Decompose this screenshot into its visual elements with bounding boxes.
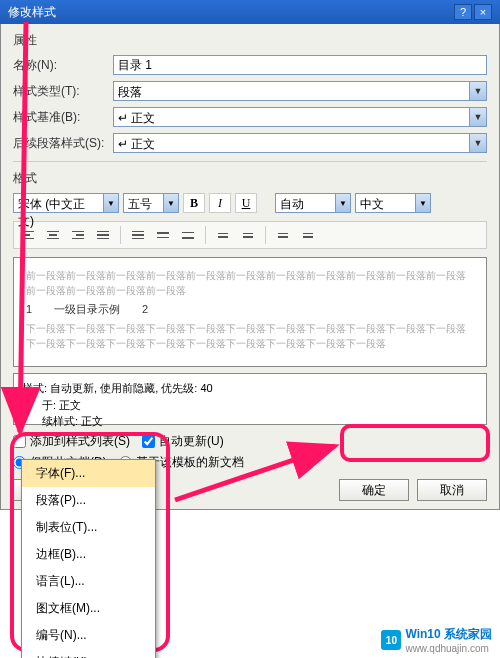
addtolist-checkbox[interactable]: 添加到样式列表(S) xyxy=(13,433,130,450)
line-spacing-2-button[interactable] xyxy=(177,225,199,245)
preview-sample: 1 一级目录示例 2 xyxy=(26,302,474,317)
bold-button[interactable]: B xyxy=(183,193,205,213)
size-select[interactable]: 五号 ▼ xyxy=(123,193,179,213)
color-value: 自动 xyxy=(275,193,335,213)
font-value: 宋体 (中文正文) xyxy=(13,193,103,213)
following-label: 后续段落样式(S): xyxy=(13,135,113,152)
cancel-button[interactable]: 取消 xyxy=(417,479,487,501)
preview-before: 前一段落前一段落前一段落前一段落前一段落前一段落前一段落前一段落前一段落前一段落… xyxy=(26,268,474,298)
menu-paragraph[interactable]: 段落(P)... xyxy=(22,487,155,514)
indent-inc-button[interactable] xyxy=(297,225,319,245)
base-select[interactable]: ↵ 正文 ▼ xyxy=(113,107,487,127)
watermark-icon: 10 xyxy=(381,630,401,650)
preview-after: 下一段落下一段落下一段落下一段落下一段落下一段落下一段落下一段落下一段落下一段落… xyxy=(26,321,474,351)
addtolist-input[interactable] xyxy=(13,435,26,448)
lang-value: 中文 xyxy=(355,193,415,213)
chevron-down-icon[interactable]: ▼ xyxy=(469,133,487,153)
window-title: 修改样式 xyxy=(8,4,454,21)
addtolist-label: 添加到样式列表(S) xyxy=(30,433,130,450)
ok-button[interactable]: 确定 xyxy=(339,479,409,501)
type-value: 段落 xyxy=(113,81,469,101)
options-row1: 添加到样式列表(S) 自动更新(U) xyxy=(13,433,487,450)
type-select[interactable]: 段落 ▼ xyxy=(113,81,487,101)
menu-language[interactable]: 语言(L)... xyxy=(22,568,155,595)
name-label: 名称(N): xyxy=(13,57,113,74)
lang-select[interactable]: 中文 ▼ xyxy=(355,193,431,213)
format-toolbar: 宋体 (中文正文) ▼ 五号 ▼ B I U 自动 ▼ 中文 ▼ xyxy=(13,193,487,213)
following-row: 后续段落样式(S): ↵ 正文 ▼ xyxy=(13,133,487,153)
watermark: 10 Win10 系统家园 www.qdhuajin.com xyxy=(381,626,492,654)
preview-box: 前一段落前一段落前一段落前一段落前一段落前一段落前一段落前一段落前一段落前一段落… xyxy=(13,257,487,367)
menu-border[interactable]: 边框(B)... xyxy=(22,541,155,568)
titlebar-buttons: ? × xyxy=(454,4,492,20)
type-row: 样式类型(T): 段落 ▼ xyxy=(13,81,487,101)
titlebar: 修改样式 ? × xyxy=(0,0,500,24)
menu-font[interactable]: 字体(F)... xyxy=(22,460,155,487)
close-button[interactable]: × xyxy=(474,4,492,20)
chevron-down-icon[interactable]: ▼ xyxy=(469,81,487,101)
size-value: 五号 xyxy=(123,193,163,213)
desc-line2: 于: 正文 xyxy=(22,397,478,414)
space-before-dec-button[interactable] xyxy=(237,225,259,245)
align-justify-button[interactable] xyxy=(92,225,114,245)
desc-line1: 样式: 自动更新, 使用前隐藏, 优先级: 40 xyxy=(22,380,478,397)
name-input[interactable] xyxy=(113,55,487,75)
format-dropdown-menu: 字体(F)... 段落(P)... 制表位(T)... 边框(B)... 语言(… xyxy=(21,459,156,658)
divider xyxy=(13,161,487,162)
font-select[interactable]: 宋体 (中文正文) ▼ xyxy=(13,193,119,213)
line-spacing-15-button[interactable] xyxy=(152,225,174,245)
following-value: ↵ 正文 xyxy=(113,133,469,153)
color-select[interactable]: 自动 ▼ xyxy=(275,193,351,213)
format-section-title: 格式 xyxy=(13,170,487,187)
menu-frame[interactable]: 图文框(M)... xyxy=(22,595,155,622)
menu-numbering[interactable]: 编号(N)... xyxy=(22,622,155,649)
base-value: ↵ 正文 xyxy=(113,107,469,127)
autoupdate-input[interactable] xyxy=(142,435,155,448)
menu-tabs[interactable]: 制表位(T)... xyxy=(22,514,155,541)
line-spacing-1-button[interactable] xyxy=(127,225,149,245)
italic-button[interactable]: I xyxy=(209,193,231,213)
chevron-down-icon[interactable]: ▼ xyxy=(335,193,351,213)
chevron-down-icon[interactable]: ▼ xyxy=(415,193,431,213)
menu-shortcut[interactable]: 快捷键(K)... xyxy=(22,649,155,658)
base-label: 样式基准(B): xyxy=(13,109,113,126)
chevron-down-icon[interactable]: ▼ xyxy=(103,193,119,213)
description-box: 样式: 自动更新, 使用前隐藏, 优先级: 40 于: 正文 续样式: 正文 xyxy=(13,373,487,425)
autoupdate-label: 自动更新(U) xyxy=(159,433,224,450)
name-row: 名称(N): xyxy=(13,55,487,75)
watermark-url: www.qdhuajin.com xyxy=(405,643,492,654)
base-row: 样式基准(B): ↵ 正文 ▼ xyxy=(13,107,487,127)
desc-line3: 续样式: 正文 xyxy=(22,413,478,430)
align-right-button[interactable] xyxy=(67,225,89,245)
chevron-down-icon[interactable]: ▼ xyxy=(163,193,179,213)
help-button[interactable]: ? xyxy=(454,4,472,20)
properties-section-title: 属性 xyxy=(13,32,487,49)
type-label: 样式类型(T): xyxy=(13,83,113,100)
watermark-brand: Win10 系统家园 xyxy=(405,626,492,643)
align-center-button[interactable] xyxy=(42,225,64,245)
following-select[interactable]: ↵ 正文 ▼ xyxy=(113,133,487,153)
align-left-button[interactable] xyxy=(17,225,39,245)
autoupdate-checkbox[interactable]: 自动更新(U) xyxy=(142,433,224,450)
chevron-down-icon[interactable]: ▼ xyxy=(469,107,487,127)
indent-dec-button[interactable] xyxy=(272,225,294,245)
underline-button[interactable]: U xyxy=(235,193,257,213)
dialog-body: 属性 名称(N): 样式类型(T): 段落 ▼ 样式基准(B): ↵ 正文 ▼ … xyxy=(0,24,500,510)
paragraph-toolbar xyxy=(13,221,487,249)
space-before-inc-button[interactable] xyxy=(212,225,234,245)
